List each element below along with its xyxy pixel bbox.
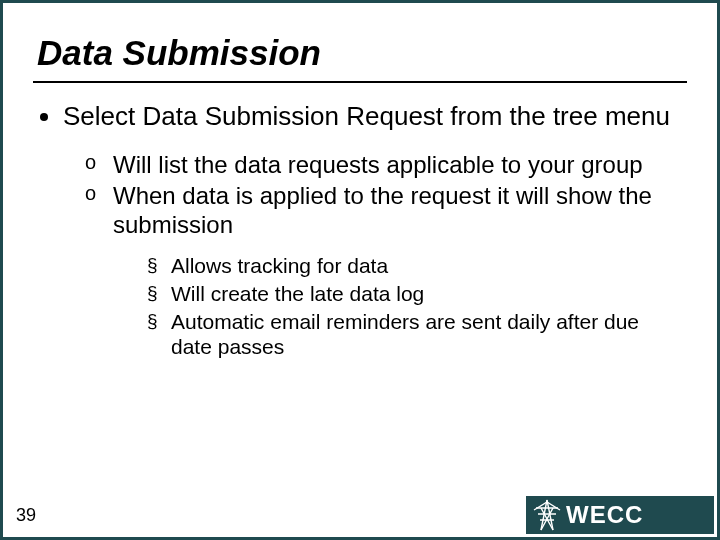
list-item: Automatic email reminders are sent daily… xyxy=(147,309,683,360)
bullet-list-level3: Allows tracking for data Will create the… xyxy=(147,253,683,359)
wecc-logo-badge: WECC xyxy=(526,496,714,534)
transmission-tower-icon xyxy=(532,498,562,532)
list-item: Will list the data requests applicable t… xyxy=(85,150,683,179)
bullet-l1-0-text: Select Data Submission Request from the … xyxy=(63,101,670,131)
bullet-l3-1-text: Will create the late data log xyxy=(171,282,424,305)
bullet-list-level1: Select Data Submission Request from the … xyxy=(63,101,691,360)
slide-footer: 39 WECC xyxy=(6,496,714,534)
list-item: Select Data Submission Request from the … xyxy=(63,101,691,360)
slide: Data Submission Select Data Submission R… xyxy=(0,0,720,540)
page-number: 39 xyxy=(16,505,36,526)
bullet-l3-0-text: Allows tracking for data xyxy=(171,254,388,277)
bullet-l3-2-text: Automatic email reminders are sent daily… xyxy=(171,310,639,359)
list-item: Allows tracking for data xyxy=(147,253,683,279)
slide-title: Data Submission xyxy=(37,33,691,73)
bullet-list-level2: Will list the data requests applicable t… xyxy=(85,150,683,360)
wecc-logo-text: WECC xyxy=(566,501,643,529)
bullet-l2-0-text: Will list the data requests applicable t… xyxy=(113,151,643,178)
bullet-l2-1-text: When data is applied to the request it w… xyxy=(113,182,652,238)
title-rule xyxy=(33,81,687,83)
list-item: When data is applied to the request it w… xyxy=(85,181,683,360)
list-item: Will create the late data log xyxy=(147,281,683,307)
